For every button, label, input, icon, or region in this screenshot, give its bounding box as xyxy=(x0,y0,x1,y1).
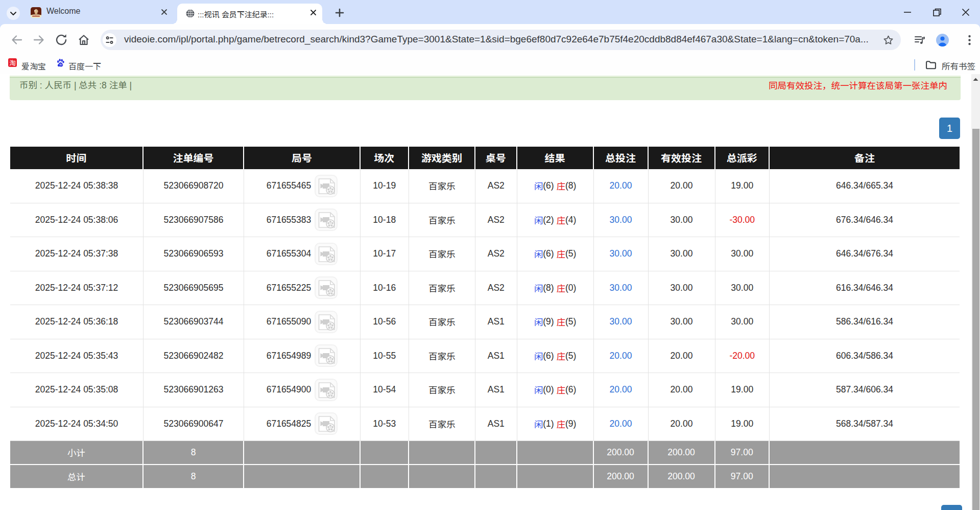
svg-text:du: du xyxy=(59,63,62,66)
